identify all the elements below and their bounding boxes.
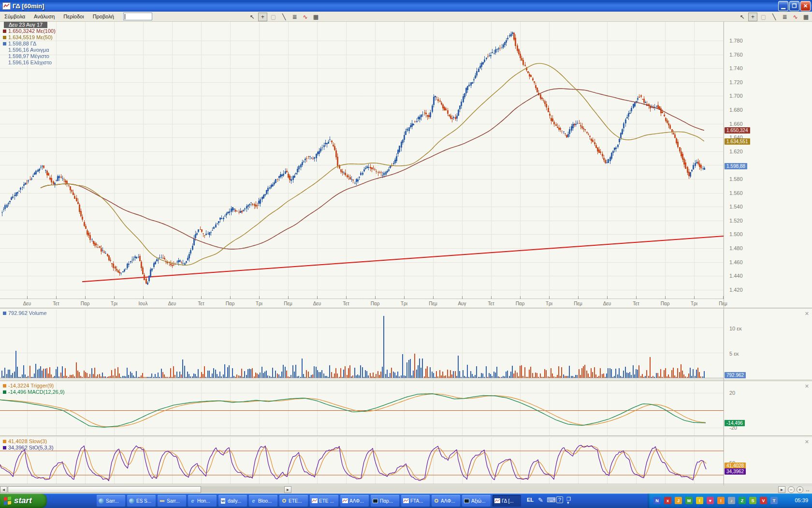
save-tool-icon[interactable]: ▦ <box>801 13 811 21</box>
close-volume-pane-button[interactable]: ✕ <box>805 311 809 316</box>
grid-tool-icon[interactable]: ≣ <box>780 13 789 21</box>
taskbar-button-γδ[interactable]: ΓΔ [... <box>493 495 521 507</box>
start-label: start <box>14 496 32 506</box>
trendline-tool-icon[interactable]: ╲ <box>279 13 289 21</box>
shield-icon[interactable]: ! <box>696 497 703 504</box>
spybot-icon[interactable]: S <box>749 497 756 504</box>
close-macd-pane-button[interactable]: ✕ <box>805 384 809 388</box>
pointer-tool-icon[interactable]: ↖ <box>738 13 747 21</box>
scroll-left-button[interactable]: ◄ <box>0 486 7 493</box>
price-tick-label: 1.560 <box>729 190 743 196</box>
help-icon[interactable]: ? <box>556 496 563 503</box>
grid-tool-icon[interactable]: ≣ <box>290 13 299 21</box>
text-caret <box>125 14 125 19</box>
close-stoch-pane-button[interactable]: ✕ <box>805 439 809 444</box>
macd-canvas[interactable] <box>0 382 724 435</box>
x-tick-label: Δευ <box>161 301 183 306</box>
box-zoom-tool-icon[interactable]: ▢ <box>269 13 278 21</box>
taskbar-button-hon[interactable]: eHon... <box>188 495 217 507</box>
taskbar-button-ete[interactable]: ETE... <box>279 495 308 507</box>
taskbar-button-αλφ[interactable]: ΑΛΦ... <box>432 495 460 507</box>
price-tick-label: 1.520 <box>729 217 743 224</box>
scheduler-icon[interactable]: T <box>770 497 778 504</box>
price-axis-gutter: 1.7801.7601.7401.7201.7001.6801.6601.640… <box>724 22 812 485</box>
chevron-down-icon[interactable]: ▾ <box>567 500 569 505</box>
taskbar-button-sarr[interactable]: Sarr... <box>158 495 186 507</box>
bar-icon <box>159 498 165 504</box>
price-legend-row: 1.596,16 Ελάχιστο <box>3 60 52 66</box>
start-button[interactable]: start <box>0 493 47 508</box>
chart-icon <box>494 498 500 504</box>
symbol-input-box[interactable] <box>123 13 152 20</box>
taskbar-button-label: Αξιώ... <box>471 498 486 504</box>
stochastic-canvas[interactable] <box>0 438 724 484</box>
value-tag: 34,3962 <box>725 468 746 475</box>
antivirus-icon[interactable]: V <box>760 497 767 504</box>
taskbar-button-sarr[interactable]: Sarr... <box>97 495 125 507</box>
scrollbar-track[interactable] <box>201 486 284 493</box>
network-icon[interactable]: N <box>653 497 661 504</box>
heart-icon[interactable]: ♥ <box>707 497 714 504</box>
menu-2[interactable]: Περίοδοι <box>59 12 88 21</box>
price-tick-label: 1.580 <box>729 176 743 182</box>
taskbar-button-παρ[interactable]: Παρ... <box>371 495 399 507</box>
taskbar-button-fta[interactable]: FTA... <box>401 495 430 507</box>
crosshair-tool-icon[interactable]: + <box>748 13 757 21</box>
chart-type-tool-icon[interactable]: ∿ <box>791 13 800 21</box>
disconnect-icon[interactable]: x <box>664 497 671 504</box>
price-chart-canvas[interactable] <box>0 22 724 299</box>
value-tag: 1.598,88 <box>725 163 747 169</box>
trendline-tool-icon[interactable]: ╲ <box>769 13 779 21</box>
menu-0[interactable]: Σύμβολα <box>0 12 29 21</box>
messenger-icon[interactable]: M <box>685 497 693 504</box>
taskbar-button-αξι[interactable]: Αξιώ... <box>462 495 491 507</box>
taskbar-button-αλφ[interactable]: ΑΛΦ... <box>340 495 369 507</box>
keyboard-icon[interactable]: ⌨ <box>547 496 556 504</box>
pointer-tool-icon[interactable]: ↖ <box>247 13 257 21</box>
menu-1[interactable]: Ανάλυση <box>29 12 59 21</box>
taskbar-button-label: daily... <box>228 498 241 504</box>
box-zoom-tool-icon[interactable]: ▢ <box>759 13 768 21</box>
scroll-right-button-2[interactable]: ► <box>778 486 785 493</box>
zoom-in-button[interactable]: + <box>797 486 803 493</box>
taskbar-button-bloo[interactable]: eBloo... <box>249 495 277 507</box>
restore-button[interactable]: ❐ <box>789 1 799 11</box>
volume-canvas[interactable] <box>0 310 724 380</box>
x-tick-label: Τετ <box>335 301 357 306</box>
taskbar-button-label: FTA... <box>410 498 423 504</box>
language-indicator[interactable]: EL <box>527 497 534 503</box>
mag-icon <box>433 498 439 504</box>
taskbar-button-daily[interactable]: Wdaily... <box>218 495 247 507</box>
doc-icon: W <box>220 498 226 504</box>
alert-icon[interactable]: ! <box>717 497 725 504</box>
java-icon[interactable]: J <box>675 497 682 504</box>
taskbar-button-label: Sarr... <box>106 498 119 504</box>
taskbar-button-label: Sarr... <box>167 498 180 504</box>
price-tick-label: 1.460 <box>729 259 743 266</box>
menu-3[interactable]: Προβολή <box>88 12 118 21</box>
taskbar-button-ess[interactable]: ES S... <box>127 495 156 507</box>
taskbar-button-ete[interactable]: ETE ... <box>310 495 338 507</box>
crosshair-tool-icon[interactable]: + <box>258 13 267 21</box>
price-tick-label: 1.480 <box>729 245 743 252</box>
scrollbar-track-2[interactable] <box>292 486 778 493</box>
zonealarm-icon[interactable]: Z <box>739 497 746 504</box>
legend-row: 34,3962 StO(5,3,3) <box>3 445 54 451</box>
fit-width-button[interactable]: ↔ <box>805 486 810 493</box>
symbol-input[interactable] <box>124 13 152 20</box>
pen-icon[interactable]: ✎ <box>538 496 543 504</box>
volume-pane: 792.962 Volume ✕ <box>0 310 812 380</box>
scrollbar-thumb[interactable] <box>8 486 201 493</box>
price-tick-label: 1.420 <box>729 286 743 293</box>
volume-icon[interactable]: ♪ <box>728 497 735 504</box>
minimize-button[interactable]: ▁ <box>778 1 788 11</box>
x-tick-label: Πεμ <box>567 301 589 306</box>
close-button[interactable]: ✕ <box>800 1 811 11</box>
chart-type-tool-icon[interactable]: ∿ <box>301 13 310 21</box>
save-tool-icon[interactable]: ▦ <box>311 13 320 21</box>
taskbar-button-label: ETE... <box>289 498 302 504</box>
zoom-out-button[interactable]: − <box>788 486 795 493</box>
windows-flag-icon <box>4 496 12 505</box>
scroll-right-button[interactable]: ► <box>284 486 291 493</box>
x-tick-label: Τρι <box>683 301 705 306</box>
